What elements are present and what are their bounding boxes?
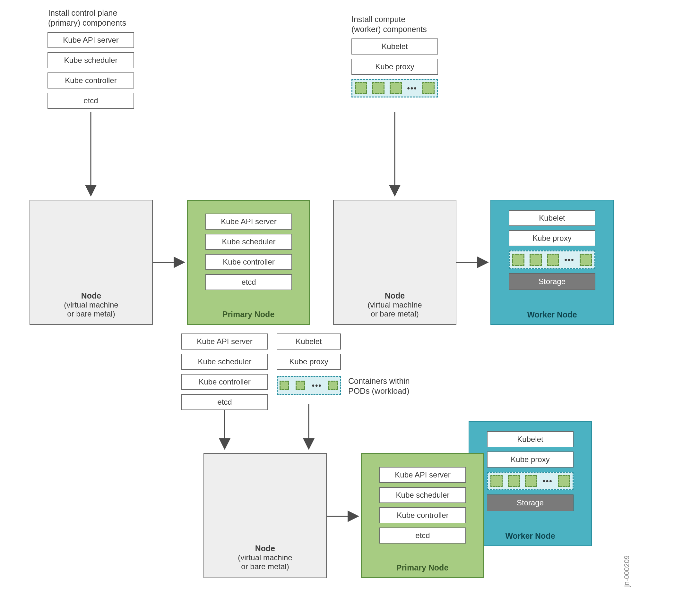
primary-comp-kube-api: Kube API server [205, 213, 292, 229]
node-title: Node [334, 291, 456, 300]
node-sub: or bare metal) [204, 562, 326, 571]
comp-kube-api-server: Kube API server [47, 32, 134, 48]
mid-comp-kube-proxy: Kube proxy [277, 354, 341, 370]
primary-node-box-1: Kube API server Kube scheduler Kube cont… [187, 200, 310, 325]
primary2-comp-etcd: etcd [379, 527, 466, 544]
worker-pods-strip: ••• [509, 251, 595, 269]
worker2-comp-kube-proxy: Kube proxy [487, 452, 574, 468]
pod-square-icon [525, 475, 537, 487]
worker-node-title: Worker Node [469, 531, 591, 541]
node-sub: (virtual machine [334, 300, 456, 309]
comp-kube-scheduler: Kube scheduler [47, 52, 134, 68]
pod-ellipsis-icon: ••• [407, 84, 417, 93]
node-box-1: Node (virtual machine or bare metal) [29, 200, 153, 325]
pod-square-icon [355, 82, 367, 94]
comp-kube-controller: Kube controller [47, 72, 134, 89]
node-sub: or bare metal) [334, 309, 456, 318]
pod-ellipsis-icon: ••• [312, 381, 322, 390]
worker-comp-kubelet: Kubelet [509, 210, 595, 226]
primary-comp-etcd: etcd [205, 274, 292, 290]
install-control-plane-label: Install control plane (primary) componen… [48, 8, 151, 28]
pod-square-icon [490, 475, 502, 487]
worker-node-box-1: Kubelet Kube proxy ••• Storage Worker No… [490, 200, 614, 325]
pod-square-icon [580, 254, 592, 266]
comp-kube-proxy-top: Kube proxy [351, 59, 438, 75]
node-sub: (virtual machine [204, 553, 326, 562]
worker2-storage: Storage [487, 494, 574, 511]
pod-square-icon [328, 380, 338, 390]
node-title: Node [30, 291, 152, 300]
comp-kubelet-top: Kubelet [351, 38, 438, 54]
worker2-comp-kubelet: Kubelet [487, 431, 574, 447]
primary2-comp-kube-controller: Kube controller [379, 507, 466, 523]
comp-etcd: etcd [47, 93, 134, 109]
mid-pods-strip: ••• [277, 376, 341, 395]
pod-square-icon [296, 380, 305, 390]
pod-square-icon [547, 254, 559, 266]
pod-square-icon [512, 254, 525, 266]
mid-comp-kube-scheduler: Kube scheduler [181, 354, 268, 370]
primary-comp-kube-controller: Kube controller [205, 254, 292, 270]
primary-node-title: Primary Node [188, 310, 309, 319]
primary-node-title: Primary Node [362, 563, 483, 572]
pod-square-icon [558, 475, 570, 487]
node-sub: or bare metal) [30, 309, 152, 318]
pod-square-icon [279, 380, 289, 390]
pods-strip-top: ••• [351, 79, 438, 98]
node-title: Node [204, 544, 326, 553]
primary-node-box-2: Kube API server Kube scheduler Kube cont… [361, 453, 484, 578]
worker-storage: Storage [509, 273, 595, 290]
primary2-comp-kube-scheduler: Kube scheduler [379, 487, 466, 503]
pod-ellipsis-icon: ••• [565, 255, 574, 264]
pod-ellipsis-icon: ••• [543, 476, 553, 485]
pod-square-icon [389, 82, 402, 94]
node-box-3: Node (virtual machine or bare metal) [204, 453, 327, 578]
pod-square-icon [422, 82, 435, 94]
node-box-2: Node (virtual machine or bare metal) [333, 200, 456, 325]
node-sub: (virtual machine [30, 300, 152, 309]
mid-comp-etcd: etcd [181, 394, 268, 410]
image-id-label: jn-000209 [623, 556, 631, 587]
primary-comp-kube-scheduler: Kube scheduler [205, 234, 292, 250]
pod-square-icon [530, 254, 542, 266]
pods-label: Containers within PODs (workload) [348, 376, 432, 396]
mid-comp-kube-api: Kube API server [181, 333, 268, 349]
pod-square-icon [372, 82, 384, 94]
mid-comp-kubelet: Kubelet [277, 333, 341, 349]
mid-comp-kube-controller: Kube controller [181, 374, 268, 390]
worker2-pods-strip: ••• [487, 472, 574, 490]
worker-comp-kube-proxy: Kube proxy [509, 230, 595, 246]
diagram-stage: Install control plane (primary) componen… [0, 0, 674, 616]
install-compute-label: Install compute (worker) components [351, 14, 448, 35]
worker-node-box-2: Kubelet Kube proxy ••• Storage Worker No… [469, 421, 592, 546]
primary2-comp-kube-api: Kube API server [379, 467, 466, 483]
pod-square-icon [508, 475, 520, 487]
worker-node-title: Worker Node [491, 310, 613, 319]
